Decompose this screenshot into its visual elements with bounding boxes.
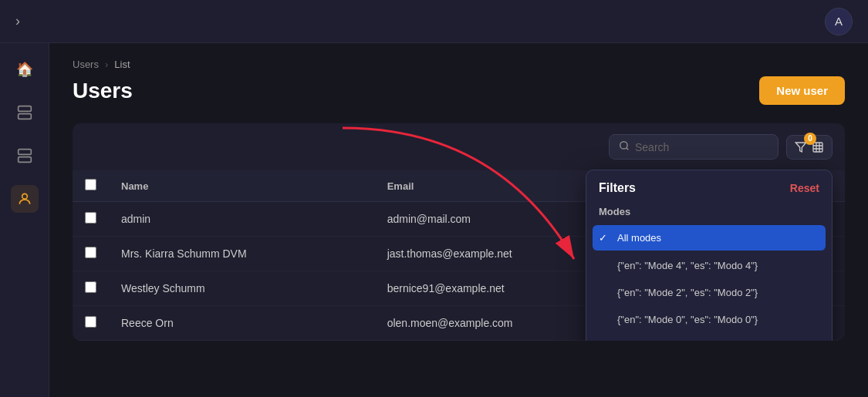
breadcrumb-parent[interactable]: Users [73,59,99,70]
svg-line-10 [627,148,629,150]
content-area: Users › List Users New user [49,43,868,397]
row-checkbox-cell [73,237,109,271]
check-icon-0: ✓ [599,232,611,244]
row-checkbox-cell [73,306,109,341]
main-layout: 🏠 Users › List Users [0,43,868,397]
svg-point-9 [620,142,627,149]
cell-name: Mrs. Kiarra Schumm DVM [109,237,375,271]
filter-option-1[interactable]: {"en": "Mode 4", "es": "Modo 4"} [586,252,832,279]
svg-rect-5 [18,157,31,163]
breadcrumb-separator: › [105,59,108,70]
svg-marker-11 [795,143,806,152]
page-header: Users New user [73,76,845,105]
svg-rect-4 [18,150,31,155]
svg-rect-0 [18,106,31,112]
sidebar-item-users[interactable] [11,185,39,213]
reset-filters-button[interactable]: Reset [790,182,819,194]
filter-button[interactable]: 0 [786,135,833,160]
filter-option-label-2: {"en": "Mode 2", "es": "Modo 2"} [617,287,758,298]
filters-section-modes: Modes [586,203,832,224]
select-all-checkbox[interactable] [85,179,96,190]
row-checkbox-1[interactable] [85,247,96,258]
filter-option-3[interactable]: {"en": "Mode 0", "es": "Modo 0"} [586,306,832,333]
search-box [609,134,778,160]
row-checkbox-2[interactable] [85,281,96,293]
filter-badge: 0 [804,133,816,145]
cell-name: admin [109,202,375,237]
row-checkbox-0[interactable] [85,212,96,224]
filter-option-label-0: All modes [617,232,661,244]
filter-option-label-3: {"en": "Mode 0", "es": "Modo 0"} [617,314,758,325]
filters-header: Filters Reset [586,170,832,203]
svg-rect-12 [813,143,822,152]
sidebar-item-storage1[interactable] [11,99,39,126]
filter-option-2[interactable]: {"en": "Mode 2", "es": "Modo 2"} [586,279,832,306]
sidebar-item-home[interactable]: 🏠 [11,56,39,83]
sidebar: 🏠 [0,43,49,397]
svg-point-8 [22,193,27,199]
row-checkbox-cell [73,202,109,237]
topbar: › A [0,0,868,43]
table-toolbar: 0 [73,123,845,170]
breadcrumb: Users › List [73,59,845,70]
header-checkbox-cell [73,170,109,202]
filter-options-list: ✓ All modes {"en": "Mode 4", "es": "Modo… [586,225,832,341]
row-checkbox-cell [73,271,109,306]
collapse-sidebar-button[interactable]: › [15,13,20,29]
page-title: Users [73,79,133,103]
cell-name: Westley Schumm [109,271,375,306]
cell-name: Reece Orn [109,306,375,341]
row-checkbox-3[interactable] [85,316,96,328]
new-user-button[interactable]: New user [759,76,845,105]
breadcrumb-current: List [114,59,130,70]
search-input[interactable] [635,141,768,153]
filter-option-0[interactable]: ✓ All modes [593,225,826,251]
avatar[interactable]: A [825,8,853,35]
filters-title: Filters [599,181,636,195]
sidebar-item-storage2[interactable] [11,142,39,170]
search-icon [619,140,630,153]
filter-option-label-1: {"en": "Mode 4", "es": "Modo 4"} [617,260,758,271]
filter-option-4[interactable]: {"en": "Mode 3", "es": "Modo 3"} [586,333,832,341]
table-container: 0 [73,123,845,341]
header-name: Name [109,170,375,202]
filters-panel: Filters Reset Modes ✓ All modes {"en": "… [586,170,833,341]
svg-rect-1 [18,114,31,119]
